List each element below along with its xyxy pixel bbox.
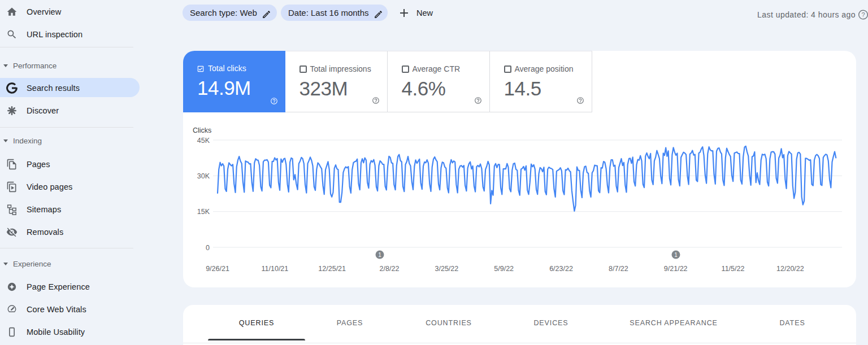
svg-text:11/5/22: 11/5/22	[722, 265, 745, 273]
svg-text:2/8/22: 2/8/22	[380, 265, 400, 273]
svg-text:Clicks: Clicks	[193, 126, 211, 134]
svg-text:11/10/21: 11/10/21	[262, 265, 289, 273]
svg-text:?: ?	[861, 11, 865, 18]
svg-text:1: 1	[378, 252, 381, 258]
svg-text:6/23/22: 6/23/22	[549, 265, 573, 273]
svg-text:30K: 30K	[197, 172, 210, 180]
svg-text:12/25/21: 12/25/21	[318, 265, 346, 273]
svg-text:0: 0	[206, 244, 210, 252]
svg-text:15K: 15K	[197, 208, 210, 216]
svg-text:45K: 45K	[197, 137, 210, 145]
svg-text:1: 1	[674, 252, 678, 258]
svg-text:9/21/22: 9/21/22	[664, 265, 688, 273]
svg-text:9/26/21: 9/26/21	[206, 265, 229, 273]
svg-text:8/7/22: 8/7/22	[609, 265, 628, 273]
svg-text:5/9/22: 5/9/22	[494, 265, 514, 273]
svg-text:3/25/22: 3/25/22	[435, 265, 459, 273]
svg-text:12/20/22: 12/20/22	[776, 265, 804, 273]
